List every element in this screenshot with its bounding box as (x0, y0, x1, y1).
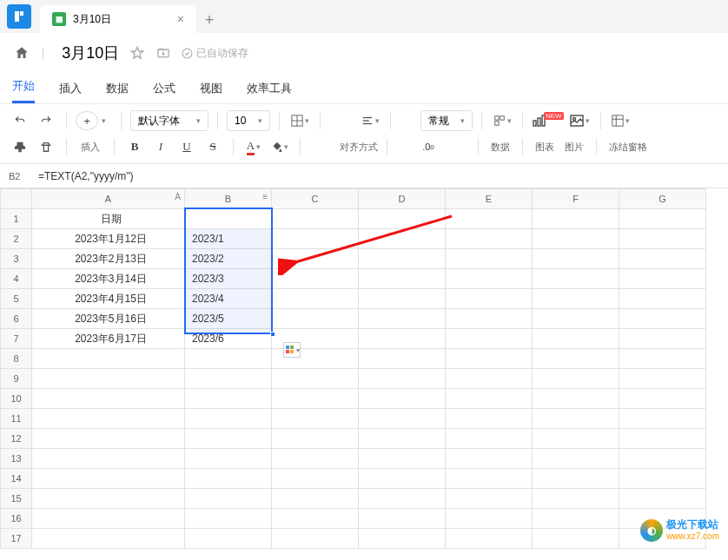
cell-F12[interactable] (533, 429, 619, 449)
cell-D11[interactable] (359, 409, 446, 429)
cell-C13[interactable] (272, 449, 359, 469)
autofill-options-button[interactable]: ▾ (283, 342, 301, 358)
cell-A14[interactable] (32, 469, 185, 489)
cell-B6[interactable]: 2023/5 (185, 309, 272, 329)
cell-B8[interactable] (185, 349, 272, 369)
redo-button[interactable] (35, 110, 57, 131)
row-header-14[interactable]: 14 (1, 469, 32, 489)
menu-data[interactable]: 数据 (106, 76, 129, 102)
row-header-1[interactable]: 1 (1, 209, 32, 229)
cell-A3[interactable]: 2023年2月13日 (32, 249, 185, 269)
row-header-13[interactable]: 13 (1, 449, 32, 469)
cell-C3[interactable] (272, 249, 359, 269)
cell-C4[interactable] (272, 269, 359, 289)
cell-C14[interactable] (272, 469, 359, 489)
cell-G5[interactable] (619, 289, 706, 309)
cell-B16[interactable] (185, 509, 272, 529)
fill-handle[interactable] (270, 332, 275, 337)
cell-C16[interactable] (272, 509, 359, 529)
cell-G13[interactable] (619, 449, 706, 469)
cell-G9[interactable] (619, 369, 706, 389)
row-header-8[interactable]: 8 (1, 349, 32, 369)
insert-plus-button[interactable]: +▾ (76, 111, 98, 130)
cell-E15[interactable] (446, 489, 533, 509)
cell-A9[interactable] (32, 369, 185, 389)
row-header-2[interactable]: 2 (1, 229, 32, 249)
cell-D8[interactable] (359, 349, 446, 369)
undo-button[interactable] (9, 110, 31, 131)
cell-C15[interactable] (272, 489, 359, 509)
formula-input[interactable]: =TEXT(A2,"yyyy/m") (31, 170, 728, 182)
image-button[interactable]: ▾ (569, 110, 592, 131)
cell-G2[interactable] (619, 229, 706, 249)
cell-B2[interactable]: 2023/1 (185, 229, 272, 249)
font-size-select[interactable]: 10▾ (227, 110, 270, 131)
cell-C10[interactable] (272, 389, 359, 409)
cell-F7[interactable] (533, 329, 619, 349)
cell-F9[interactable] (533, 369, 619, 389)
cell-C12[interactable] (272, 429, 359, 449)
row-header-3[interactable]: 3 (1, 249, 32, 269)
cell-D13[interactable] (359, 449, 446, 469)
cell-D17[interactable] (359, 529, 446, 549)
menu-view[interactable]: 视图 (200, 76, 222, 102)
row-header-17[interactable]: 17 (1, 529, 32, 549)
cell-F4[interactable] (533, 269, 619, 289)
cell-E11[interactable] (446, 409, 533, 429)
cell-F6[interactable] (533, 309, 619, 329)
cell-B15[interactable] (185, 489, 272, 509)
number-format-select[interactable]: 常规▾ (420, 110, 473, 131)
cell-E3[interactable] (446, 249, 533, 269)
cell-B13[interactable] (185, 449, 272, 469)
cell-A10[interactable] (32, 389, 185, 409)
cell-E8[interactable] (446, 349, 533, 369)
cell-B10[interactable] (185, 389, 272, 409)
cell-F17[interactable] (533, 529, 619, 549)
fill-color-button[interactable]: ▾ (268, 136, 291, 157)
row-header-16[interactable]: 16 (1, 509, 32, 529)
cell-E1[interactable] (446, 209, 533, 229)
row-header-10[interactable]: 10 (1, 389, 32, 409)
cell-D15[interactable] (359, 489, 446, 509)
cell-F11[interactable] (533, 409, 619, 429)
cell-B12[interactable] (185, 429, 272, 449)
cell-A16[interactable] (32, 509, 185, 529)
cell-A6[interactable]: 2023年5月16日 (32, 309, 185, 329)
cell-F10[interactable] (533, 389, 619, 409)
cell-E5[interactable] (446, 289, 533, 309)
row-header-9[interactable]: 9 (1, 369, 32, 389)
strikethrough-button[interactable]: S (202, 136, 224, 157)
col-header-a[interactable]: AA (32, 189, 185, 209)
star-icon[interactable] (129, 45, 145, 61)
cell-E7[interactable] (446, 329, 533, 349)
borders-button[interactable]: ▾ (288, 110, 311, 131)
cell-C17[interactable] (272, 529, 359, 549)
cell-C2[interactable] (272, 229, 359, 249)
cell-B14[interactable] (185, 469, 272, 489)
cell-E2[interactable] (446, 229, 533, 249)
font-color-button[interactable]: A▾ (242, 136, 265, 157)
cell-E12[interactable] (446, 429, 533, 449)
cell-D14[interactable] (359, 469, 446, 489)
col-header-b[interactable]: B≡ (185, 189, 272, 209)
cell-D3[interactable] (359, 249, 446, 269)
cell-B7[interactable]: 2023/6 (185, 329, 272, 349)
select-all-corner[interactable] (1, 189, 32, 209)
cell-A11[interactable] (32, 409, 185, 429)
move-folder-icon[interactable] (156, 45, 171, 61)
cell-E10[interactable] (446, 389, 533, 409)
cell-D16[interactable] (359, 509, 446, 529)
cell-C5[interactable] (272, 289, 359, 309)
cell-F14[interactable] (533, 469, 619, 489)
cell-F3[interactable] (533, 249, 619, 269)
cell-C6[interactable] (272, 309, 359, 329)
row-header-15[interactable]: 15 (1, 489, 32, 509)
row-header-12[interactable]: 12 (1, 429, 32, 449)
font-family-select[interactable]: 默认字体▾ (130, 110, 208, 131)
menu-tools[interactable]: 效率工具 (247, 76, 292, 102)
cell-F13[interactable] (533, 449, 619, 469)
row-header-4[interactable]: 4 (1, 269, 32, 289)
format-painter-button[interactable] (9, 136, 31, 157)
cell-A7[interactable]: 2023年6月17日 (32, 329, 185, 349)
cell-G7[interactable] (619, 329, 706, 349)
